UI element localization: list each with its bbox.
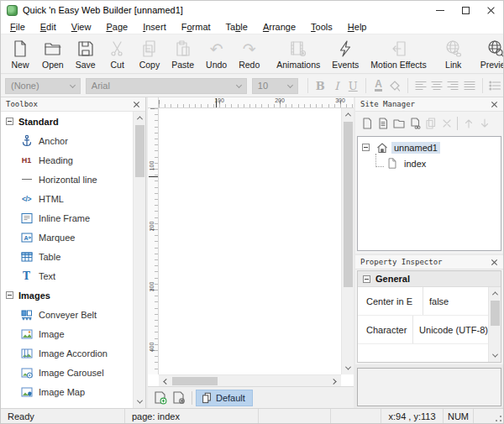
toolbox-item-marquee[interactable]: A Marquee	[1, 228, 133, 247]
scroll-left-button[interactable]	[159, 375, 171, 387]
property-row[interactable]: Center in E false	[358, 287, 488, 316]
toolbox-item-html[interactable]: </> HTML	[1, 189, 133, 208]
scroll-right-button[interactable]	[328, 375, 341, 387]
new-page-button[interactable]	[359, 115, 375, 131]
highlight-color-button[interactable]	[386, 77, 402, 94]
clone-page-button[interactable]	[423, 115, 438, 131]
menu-item-view[interactable]: View	[64, 22, 99, 32]
underline-button[interactable]: U	[345, 77, 361, 94]
menu-item-arrange[interactable]: Arrange	[255, 22, 303, 32]
view-settings-button[interactable]	[170, 390, 188, 406]
page-link-button[interactable]	[407, 115, 423, 131]
scroll-up-button[interactable]	[489, 287, 501, 300]
undo-button[interactable]: ↶ Undo	[200, 35, 233, 72]
property-scrollbar[interactable]	[488, 287, 501, 362]
font-select[interactable]: Arial	[86, 78, 247, 94]
menu-item-tools[interactable]: Tools	[303, 22, 340, 32]
scroll-down-button[interactable]	[489, 349, 501, 362]
collapse-toggle-icon[interactable]	[6, 291, 13, 299]
page-canvas[interactable]	[159, 108, 341, 374]
toolbox-section-standard[interactable]: Standard	[1, 112, 133, 131]
toolbox-item-anchor[interactable]: Anchor	[1, 131, 133, 150]
tab-default[interactable]: Default	[196, 390, 253, 406]
scrollbar-thumb[interactable]	[344, 122, 353, 287]
menu-item-help[interactable]: Help	[340, 22, 375, 32]
toolbox-item-image-map[interactable]: Image Map	[1, 382, 133, 401]
resize-grip[interactable]	[474, 409, 503, 423]
bullet-list-button[interactable]	[487, 77, 503, 94]
collapse-toggle-icon[interactable]	[6, 118, 13, 125]
toolbox-item-image-carousel[interactable]: Image Carousel	[1, 363, 133, 382]
scrollbar-thumb[interactable]	[135, 125, 144, 177]
animations-button[interactable]: Animations	[270, 35, 326, 72]
menu-item-page[interactable]: Page	[98, 22, 135, 32]
property-value[interactable]: Unicode (UTF-8)	[413, 325, 488, 335]
property-value[interactable]: false	[423, 296, 449, 306]
events-button[interactable]: Events	[326, 35, 365, 72]
toolbox-item-horizontal-line[interactable]: Horizontal line	[1, 170, 133, 189]
align-center-button[interactable]	[428, 77, 444, 94]
canvas-horizontal-scrollbar[interactable]	[159, 374, 341, 386]
scroll-up-button[interactable]	[134, 112, 146, 124]
bold-button[interactable]: B	[312, 77, 328, 94]
toolbox-section-images[interactable]: Images	[1, 285, 133, 305]
align-justify-button[interactable]	[461, 77, 477, 94]
close-icon[interactable]	[133, 101, 140, 108]
site-manager-header: Site Manager	[355, 97, 503, 112]
paste-button[interactable]: Paste	[165, 35, 200, 72]
menu-item-format[interactable]: Format	[174, 22, 218, 32]
preview-button[interactable]: Preview	[475, 35, 504, 72]
redo-button[interactable]: ↷ Redo	[233, 35, 265, 72]
menu-item-edit[interactable]: Edit	[33, 22, 64, 32]
close-button[interactable]	[478, 1, 503, 19]
menu-item-table[interactable]: Table	[218, 22, 255, 32]
open-button[interactable]: Open	[36, 35, 70, 72]
scrollbar-thumb[interactable]	[491, 301, 500, 326]
scroll-down-button[interactable]	[134, 395, 146, 408]
italic-button[interactable]: I	[328, 77, 344, 94]
scroll-up-button[interactable]	[342, 108, 354, 121]
toolbox-item-heading[interactable]: H1 Heading	[1, 150, 133, 170]
minimize-button[interactable]	[428, 1, 453, 19]
page-properties-button[interactable]	[375, 115, 391, 131]
font-size-select[interactable]: 10	[252, 78, 298, 94]
toolbox-scrollbar[interactable]	[133, 112, 145, 408]
move-up-button[interactable]	[460, 115, 476, 131]
toolbox-item-image[interactable]: Image	[1, 324, 133, 343]
close-icon[interactable]	[491, 101, 498, 108]
menu-item-insert[interactable]: Insert	[135, 22, 174, 32]
move-down-button[interactable]	[476, 115, 492, 131]
copy-button[interactable]: Copy	[134, 35, 166, 72]
toolbox-item-table[interactable]: Table	[1, 247, 133, 266]
cut-button[interactable]: Cut	[102, 35, 134, 72]
add-view-button[interactable]	[151, 390, 170, 406]
delete-page-button[interactable]	[438, 115, 454, 131]
toolbox-item-image-accordion[interactable]: Image Accordion	[1, 343, 133, 363]
new-button[interactable]: New	[4, 35, 36, 72]
tree-item-index[interactable]: index	[358, 155, 501, 171]
collapse-toggle-icon[interactable]	[363, 275, 370, 283]
maximize-button[interactable]	[453, 1, 478, 19]
align-right-button[interactable]	[445, 77, 461, 94]
anchor-icon	[19, 134, 34, 148]
main-region: Toolbox Standard Anchor H1 Heading Horiz…	[1, 97, 503, 408]
link-button[interactable]: Link	[438, 35, 470, 72]
style-select[interactable]: (None)	[5, 78, 81, 94]
property-row[interactable]: Character Unicode (UTF-8)	[358, 316, 488, 344]
globe-magnifier-icon	[486, 38, 504, 59]
save-button[interactable]: Save	[70, 35, 102, 72]
menu-item-file[interactable]: File	[3, 22, 33, 32]
toolbox-item-inline-frame[interactable]: Inline Frame	[1, 208, 133, 228]
scroll-down-button[interactable]	[342, 362, 354, 374]
toolbox-item-text[interactable]: T Text	[1, 266, 133, 285]
motion-effects-button[interactable]: Motion Effects	[365, 35, 432, 72]
canvas-vertical-scrollbar[interactable]	[341, 108, 354, 374]
new-folder-button[interactable]	[391, 115, 407, 131]
collapse-toggle-icon[interactable]	[362, 144, 370, 151]
toolbox-item-conveyer-belt[interactable]: Conveyer Belt	[1, 305, 133, 324]
property-section-general[interactable]: General	[358, 271, 501, 287]
align-left-button[interactable]	[412, 77, 428, 94]
scrollbar-thumb[interactable]	[172, 377, 218, 385]
close-icon[interactable]	[491, 259, 498, 266]
font-color-button[interactable]: A	[370, 77, 386, 94]
